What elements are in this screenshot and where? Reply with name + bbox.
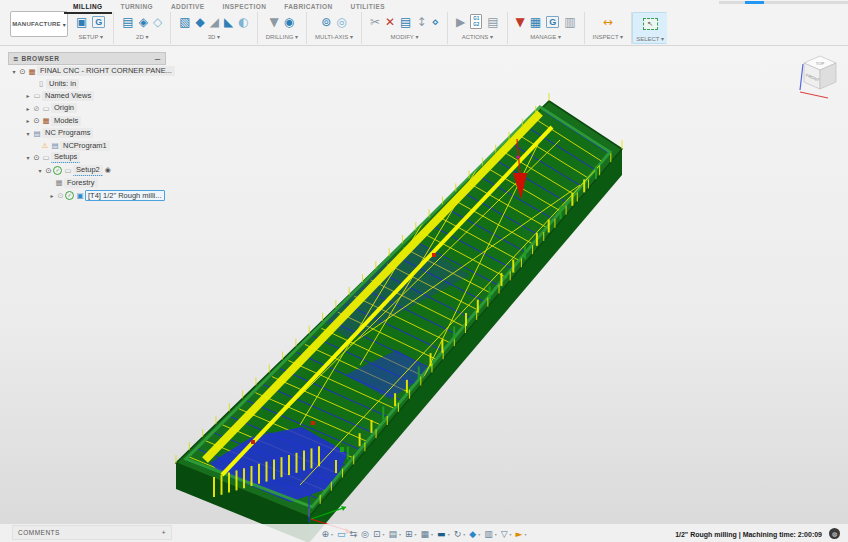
tree-row-units[interactable]: ▯ Units: in <box>8 77 166 89</box>
setup-sheet-icon[interactable]: ▤ <box>487 16 498 28</box>
adaptive-clearing-icon[interactable]: ▧ <box>179 16 190 28</box>
screen-icon[interactable]: ▥ <box>484 528 493 540</box>
tree-label[interactable]: NC Programs <box>42 128 93 138</box>
group-3d-label[interactable]: 3D ▾ <box>179 33 249 40</box>
group-select-label[interactable]: SELECT ▾ <box>636 35 664 42</box>
active-setup-radio-icon[interactable]: ◉ <box>105 166 111 174</box>
group-manage-label[interactable]: MANAGE ▾ <box>516 33 576 40</box>
scallop-icon[interactable]: ◐ <box>238 16 248 28</box>
viewcube[interactable]: TOP FRONT <box>794 52 844 104</box>
parallel-icon[interactable]: ◢ <box>210 16 219 28</box>
drill-icon[interactable]: ▼ <box>270 16 279 28</box>
tree-label[interactable]: Forestry <box>64 178 98 188</box>
delete-toolpath-icon[interactable]: ✕ <box>385 16 395 28</box>
visibility-eye-icon[interactable]: ⊙ <box>32 153 41 162</box>
plunge-icon[interactable]: ↕ <box>416 16 426 28</box>
edit-icon[interactable]: ▤ <box>400 16 411 28</box>
templates-icon[interactable]: ▥ <box>564 16 575 28</box>
pocket-clearing-icon[interactable]: ◆ <box>196 16 205 28</box>
markup-icon[interactable]: ► <box>516 528 523 540</box>
group-2d: ▤ ◈ ◇ 2D ▾ <box>114 12 171 44</box>
tree-row-ncprogram1[interactable]: ⚠ ▤ NCProgram1 <box>8 139 166 151</box>
fit-icon[interactable]: ▭ <box>337 528 346 540</box>
group-modify-label[interactable]: MODIFY ▾ <box>370 33 439 40</box>
layout-icon[interactable]: ▬ <box>437 528 446 540</box>
simulate-icon[interactable]: ▶ <box>456 16 465 28</box>
tree-label[interactable]: Setup2 <box>73 165 103 176</box>
tool-library-icon[interactable]: ▼ <box>516 16 525 28</box>
tree-label[interactable]: Origin <box>51 103 77 113</box>
group-drilling-label[interactable]: DRILLING ▾ <box>266 33 298 40</box>
tree-label[interactable]: Named Views <box>42 91 94 101</box>
pan-orbit-icon[interactable]: ⊕ <box>321 528 329 540</box>
expand-icon[interactable]: ▾ <box>24 154 32 161</box>
comments-bar[interactable]: COMMENTS + <box>12 525 172 540</box>
group-actions-label[interactable]: ACTIONS ▾ <box>456 33 499 40</box>
display-settings-icon[interactable]: ▤ <box>388 528 397 540</box>
group-2d-label[interactable]: 2D ▾ <box>122 33 162 40</box>
ncprogram-icon[interactable]: G <box>92 16 105 28</box>
machine-library-icon[interactable]: ▦ <box>530 16 541 28</box>
expand-icon[interactable]: ▸ <box>24 105 32 112</box>
visibility-eye-icon[interactable]: ⊙ <box>18 67 27 76</box>
orbit-icon[interactable]: ↻ <box>454 528 462 540</box>
browser-menu-icon[interactable]: ≡ <box>13 55 19 63</box>
group-multiaxis-label[interactable]: MULTI-AXIS ▾ <box>315 33 353 40</box>
browser-collapse-icon[interactable]: — <box>154 55 161 62</box>
visibility-filter-icon[interactable]: ▽ <box>501 528 508 540</box>
group-setup-label[interactable]: SETUP ▾ <box>76 33 105 40</box>
expand-icon[interactable]: ▾ <box>24 130 32 137</box>
expand-icon[interactable]: ▸ <box>24 92 32 99</box>
tree-row-operation-t4[interactable]: ▸ ⊙ ✓ ▣ [T4] 1/2" Rough milli... <box>8 189 166 201</box>
look-at-icon[interactable]: ◆ <box>469 528 476 540</box>
bore-icon[interactable]: ◉ <box>284 16 294 28</box>
tree-label[interactable]: Units: in <box>46 79 79 89</box>
trim-icon[interactable]: ✂ <box>370 16 380 28</box>
visibility-eye-icon[interactable]: ⊙ <box>32 116 41 125</box>
browser-header[interactable]: ≡ BROWSER — <box>8 52 166 65</box>
tree-label[interactable]: NCProgram1 <box>60 141 110 151</box>
tree-label[interactable]: Setups <box>51 152 80 163</box>
tree-label[interactable]: Models <box>51 116 81 126</box>
tree-row-models[interactable]: ▸ ⊙ ▦ Models <box>8 115 166 127</box>
workspace-selector-button[interactable]: MANUFACTURE ▾ <box>10 11 68 37</box>
grid-icon[interactable]: ⊞ <box>405 528 413 540</box>
visibility-eye-icon[interactable]: ⊙ <box>44 166 53 175</box>
pattern-icon[interactable]: ⋄ <box>432 16 440 28</box>
tree-row-named-views[interactable]: ▸ ▭ Named Views <box>8 90 166 102</box>
tree-row-setup2[interactable]: ▾ ⊙ ✓ ▭ Setup2 ◉ <box>8 164 166 176</box>
expand-icon[interactable]: ▾ <box>10 68 18 75</box>
tree-row-setups[interactable]: ▾ ⊙ ▭ Setups <box>8 152 166 164</box>
steep-shallow-icon[interactable]: ◣ <box>224 16 233 28</box>
face-icon[interactable]: ▤ <box>122 16 133 28</box>
new-setup-icon[interactable]: ▣ <box>76 16 87 28</box>
viewports-icon[interactable]: ▦ <box>421 528 430 540</box>
toolbar-overflow-scrollbar[interactable] <box>719 1 848 4</box>
pan-icon[interactable]: ⇆ <box>350 528 358 540</box>
tree-row-root[interactable]: ▾ ⊙ ▦ FINAL CNC - RIGHT CORNER PANE... <box>8 65 166 77</box>
app-status-icon[interactable]: ◍ <box>829 528 840 539</box>
gcode-editor-icon[interactable]: G <box>546 16 559 28</box>
tree-label-selected[interactable]: [T4] 1/2" Rough milli... <box>85 190 165 201</box>
scrollbar-thumb[interactable] <box>745 1 764 4</box>
tree-row-nc-programs[interactable]: ▾ ▤ NC Programs <box>8 127 166 139</box>
window-zoom-icon[interactable]: ⊡ <box>373 528 381 540</box>
add-comment-icon[interactable]: + <box>162 529 166 536</box>
visibility-eye-off-icon[interactable]: ⊘ <box>32 104 41 113</box>
flow-icon[interactable]: ◎ <box>336 16 346 28</box>
tree-label[interactable]: FINAL CNC - RIGHT CORNER PANE... <box>37 66 175 76</box>
post-process-icon[interactable]: G1 G2 <box>470 14 482 28</box>
tree-row-forestry[interactable]: ▦ Forestry <box>8 177 166 189</box>
measure-icon[interactable]: ↔ <box>603 16 613 28</box>
group-inspect-label[interactable]: INSPECT ▾ <box>593 33 624 40</box>
expand-icon[interactable]: ▸ <box>48 192 56 199</box>
select-icon[interactable]: ↖ <box>643 18 658 30</box>
zoom-icon[interactable]: ◎ <box>361 528 369 540</box>
expand-icon[interactable]: ▾ <box>36 167 44 174</box>
swarf-icon[interactable]: ⊚ <box>321 16 331 28</box>
expand-icon[interactable]: ▸ <box>24 117 32 124</box>
pocket-2d-icon[interactable]: ◈ <box>139 16 148 28</box>
tree-row-origin[interactable]: ▸ ⊘ ▭ Origin <box>8 102 166 114</box>
visibility-eye-icon[interactable]: ⊙ <box>56 191 65 200</box>
slot-icon[interactable]: ◇ <box>153 16 162 28</box>
